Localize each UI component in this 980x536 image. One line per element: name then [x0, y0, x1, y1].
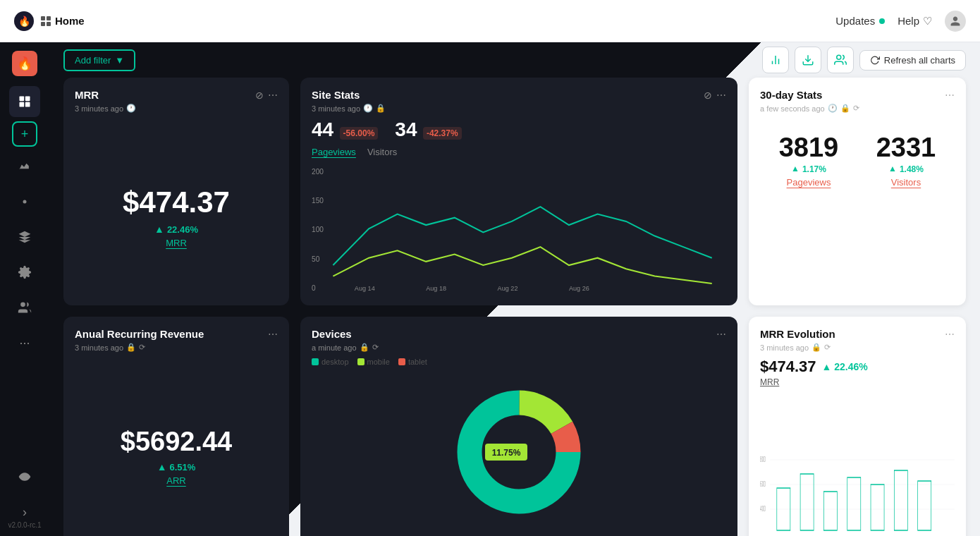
mrr-card: MRR ⊘ ⋯ 3 minutes ago 🕐 $474.37 ▲ 22.46% — [63, 78, 289, 305]
updates-button[interactable]: Updates — [835, 15, 885, 27]
legend-tablet: tablet — [398, 358, 427, 366]
sidebar-item-integrations[interactable] — [9, 186, 40, 217]
lock-icon-ss: 🔒 — [376, 104, 386, 113]
svg-rect-32 — [847, 477, 861, 530]
share-icon-mrr-evo: ⟳ — [824, 343, 831, 352]
site-stats-card: Site Stats ⊘ ⋯ 3 minutes ago 🕐 🔒 44 -56.… — [300, 78, 737, 305]
sidebar-item-users[interactable] — [9, 292, 40, 323]
share-icon-arr: ⟳ — [139, 343, 145, 352]
visitors-change: -42.37% — [423, 127, 462, 140]
svg-text:Aug 18: Aug 18 — [426, 285, 446, 292]
stats-30-title: 30-day Stats — [760, 89, 822, 101]
tab-pageviews[interactable]: Pageviews — [312, 147, 356, 157]
svg-text:Aug 26: Aug 26 — [569, 285, 589, 292]
stats-30-visitors-label[interactable]: Visitors — [876, 177, 936, 188]
filter-icon: ▼ — [115, 55, 124, 66]
sidebar: 🔥 + ··· › v2.0.0-rc.1 — [0, 42, 49, 536]
stats-30-pageviews-label[interactable]: Pageviews — [779, 177, 839, 188]
mobile-label: mobile — [367, 358, 390, 366]
svg-rect-2 — [20, 102, 25, 107]
tablet-label: tablet — [408, 358, 427, 366]
svg-text:600: 600 — [760, 480, 766, 488]
more-icon-site-stats[interactable]: ⋯ — [716, 90, 726, 101]
pageviews-count: 44 — [312, 118, 333, 140]
nav-left: 🔥 Home — [14, 11, 85, 31]
chart-icon-btn-1[interactable] — [762, 47, 789, 73]
mrr-value: $474.37 — [123, 185, 230, 219]
share-icon-devices: ⟳ — [372, 343, 379, 352]
donut-label: 11.75% — [492, 448, 521, 458]
filter-icon-site-stats[interactable]: ⊘ — [704, 90, 712, 101]
lock-icon-mrr-evo: 🔒 — [811, 343, 821, 352]
svg-rect-34 — [894, 470, 907, 530]
svg-rect-3 — [25, 102, 30, 107]
updates-label: Updates — [835, 15, 875, 27]
add-filter-button[interactable]: Add filter ▼ — [63, 49, 135, 71]
sidebar-logo: 🔥 — [12, 51, 37, 76]
help-label: Help — [898, 15, 919, 27]
svg-rect-30 — [800, 474, 814, 530]
app-version: v2.0.0-rc.1 — [8, 521, 41, 529]
toolbar-actions: Refresh all charts — [762, 47, 966, 73]
refresh-all-charts-button[interactable]: Refresh all charts — [859, 50, 966, 71]
sidebar-item-preview[interactable] — [9, 461, 40, 492]
mrr-evo-value: $474.37 — [760, 358, 816, 376]
mrr-title: MRR — [75, 89, 99, 101]
visitors-count: 34 — [395, 118, 417, 140]
stats-30-header: 30-day Stats ⋯ — [760, 89, 955, 101]
svg-text:400: 400 — [760, 505, 766, 513]
mrr-change-value: 22.46% — [167, 224, 198, 235]
desktop-label: desktop — [321, 358, 349, 366]
sidebar-item-add[interactable]: + — [12, 121, 37, 147]
svg-point-5 — [20, 303, 25, 307]
more-icon-30[interactable]: ⋯ — [945, 90, 955, 101]
svg-text:Aug 22: Aug 22 — [498, 285, 518, 292]
tab-visitors[interactable]: Visitors — [367, 147, 397, 157]
svg-text:0: 0 — [312, 284, 316, 292]
main-content: Add filter ▼ Refresh all charts — [49, 42, 980, 536]
svg-text:100: 100 — [312, 226, 324, 233]
visitors-stat: 34 -42.37% — [395, 118, 461, 141]
arr-value: $5692.44 — [121, 427, 233, 457]
stats-30-pageviews: 3819 ▲ 1.17% Pageviews — [779, 133, 839, 188]
mobile-dot — [357, 358, 365, 365]
devices-title: Devices — [312, 328, 352, 340]
filter-icon-mrr[interactable]: ⊘ — [255, 90, 264, 101]
help-button[interactable]: Help ♡ — [898, 15, 932, 28]
sidebar-item-settings[interactable] — [9, 257, 40, 288]
stats-30-pageviews-change: 1.17% — [802, 164, 826, 174]
home-nav-item[interactable]: Home — [41, 15, 85, 27]
arr-title: Anual Recurring Revenue — [75, 328, 204, 340]
mrr-evo-timestamp: 3 minutes ago 🔒 ⟳ — [760, 343, 955, 352]
svg-rect-33 — [871, 485, 884, 530]
more-icon-mrr[interactable]: ⋯ — [268, 90, 278, 101]
toolbar: Add filter ▼ Refresh all charts — [49, 42, 980, 78]
grid-icon — [41, 16, 51, 26]
lock-icon-devices: 🔒 — [360, 343, 369, 352]
mrr-evo-label: MRR — [760, 377, 955, 387]
more-icon-mrr-evo[interactable]: ⋯ — [945, 329, 955, 340]
more-icon-devices[interactable]: ⋯ — [716, 329, 726, 340]
sidebar-item-dashboard[interactable] — [9, 86, 40, 117]
site-stats-chart: 200 150 100 50 0 Aug 14 Aug 18 Aug 22 Au… — [312, 163, 726, 294]
legend-mobile: mobile — [357, 358, 390, 366]
dashboard-grid: MRR ⊘ ⋯ 3 minutes ago 🕐 $474.37 ▲ 22.46% — [49, 78, 980, 536]
more-icon-arr[interactable]: ⋯ — [268, 329, 278, 340]
chart-icon-btn-2[interactable] — [795, 47, 821, 73]
site-stats-header: Site Stats ⊘ ⋯ — [312, 89, 726, 101]
lock-icon-arr: 🔒 — [126, 343, 136, 352]
arr-change: ▲ 6.51% — [157, 461, 196, 473]
sidebar-item-reports[interactable] — [9, 221, 40, 252]
chart-icon-btn-3[interactable] — [827, 47, 854, 73]
clock-icon-30: 🕐 — [828, 104, 838, 113]
user-avatar[interactable] — [945, 11, 966, 32]
stats-30-timestamp: a few seconds ago 🕐 🔒 ⟳ — [760, 104, 955, 113]
mrr-evo-bar-chart: 800 600 400 — [760, 387, 955, 533]
mrr-evo-value-container: $474.37 ▲ 22.46% — [760, 358, 955, 376]
mrr-header-icons: ⊘ ⋯ — [255, 90, 278, 101]
sidebar-item-more[interactable]: ··· — [9, 327, 40, 358]
devices-header: Devices ⋯ — [312, 328, 726, 340]
svg-text:200: 200 — [312, 167, 324, 175]
svg-rect-31 — [823, 492, 837, 530]
sidebar-item-analytics[interactable] — [9, 151, 40, 182]
